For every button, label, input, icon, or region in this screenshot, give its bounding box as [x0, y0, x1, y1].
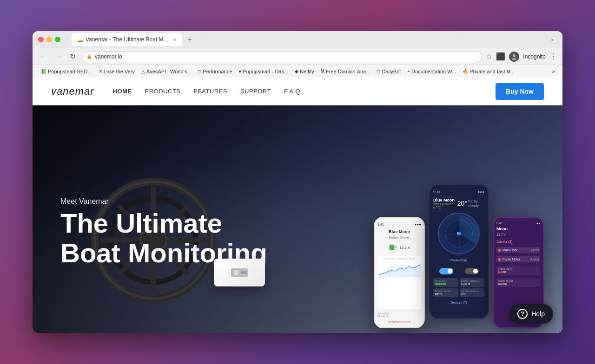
extensions-icon[interactable]: ⬛ [496, 52, 505, 61]
alarm-dot-1 [498, 249, 501, 252]
toggle-btn-1[interactable] [439, 268, 453, 274]
phone-center-devices[interactable]: Devices (7) [433, 301, 484, 304]
alarm-status-cabin-motor: Alarm [530, 258, 539, 261]
bookmark-icon-free-domain: M [321, 69, 324, 74]
lock-icon: 🔒 [86, 54, 92, 59]
bookmark-label-free-domain: Free Domain [326, 69, 356, 74]
svg-point-1 [512, 58, 516, 60]
phone-left-remove[interactable]: Remove Device [377, 320, 421, 324]
buy-now-button[interactable]: Buy Now [496, 83, 544, 100]
bookmark-icon-popupsmart-das: ● [238, 69, 241, 74]
tab-title: Vanemar - The Ultimate Boat M... [86, 36, 168, 43]
bookmark-popupsmart-das[interactable]: ● Popupsmart - Das... [236, 68, 291, 75]
hero-text: Meet Vanemar The Ultimate Boat Monitorin… [60, 197, 267, 268]
bookmark-label-popupsmart-seo: Popupsmart SEO... [48, 69, 92, 74]
reload-button[interactable]: ↻ [68, 51, 78, 62]
phone-right-video: Video Door Open [496, 266, 540, 275]
maximize-button[interactable] [55, 37, 60, 42]
nav-home[interactable]: HOME [113, 88, 132, 95]
alarm-label-cabin-motor: Cabin Motor [502, 258, 520, 261]
phone-left: 9:41 ●●● Blue Moon Battery Server 13.2 V [374, 217, 425, 328]
bookmark-icon-avesapi: △ [141, 69, 145, 74]
url-bar[interactable]: 🔒 vanemar.io [81, 51, 482, 62]
tab-close-icon[interactable]: ✕ [173, 37, 177, 42]
status-cell-value: Air Conditioner Off [460, 288, 485, 297]
minimize-button[interactable] [46, 37, 52, 42]
bookmark-label-lose-the-very: Lose the Very [104, 69, 135, 74]
menu-icon[interactable]: ⋮ [549, 52, 557, 61]
bookmark-lose-the-very[interactable]: ✕ Lose the Very [96, 68, 138, 75]
nav-faq[interactable]: F.A.Q. [284, 88, 302, 95]
phone-center-status-grid: Main Stay Normal Starting Battery 13.8 V… [433, 278, 484, 297]
browser-window: 🚤 Vanemar - The Ultimate Boat M... ✕ + ›… [33, 31, 562, 333]
phone-left-title: Blue Moon [377, 229, 421, 234]
help-label: Help [531, 310, 545, 318]
alarm-status-main-door: Open [531, 248, 539, 252]
bookmark-avesapi[interactable]: △ AvesAPI | World's... [139, 68, 194, 75]
phone-center-subtitle: with Operator (LTD) [433, 202, 457, 209]
phone-left-battery: 13.2 V [377, 243, 421, 252]
bookmark-netlify[interactable]: ◆ Netlify [292, 68, 317, 75]
traffic-lights [38, 37, 60, 42]
hero-meet-text: Meet Vanemar [60, 197, 267, 206]
close-button[interactable] [38, 37, 44, 42]
bookmark-icon-dailybot: ◻ [377, 69, 380, 74]
status-cell-main-stay: Main Stay Normal [433, 278, 458, 287]
phone-center-title: Blue Moon [433, 198, 457, 202]
bookmark-performance[interactable]: ◻ Performance [195, 68, 235, 75]
bookmarks-more-button[interactable]: » [550, 67, 557, 76]
alarm-item-1: Main Door Open [496, 247, 540, 253]
website-content: vanemar HOME PRODUCTS FEATURES SUPPORT F… [33, 78, 562, 333]
device-logo-icon [230, 265, 249, 281]
more-tabs-button[interactable]: › [547, 35, 557, 44]
alarm-dot-2 [498, 258, 501, 261]
site-logo[interactable]: vanemar [51, 85, 94, 98]
phone-left-header: 9:41 ●●● [377, 221, 421, 228]
bookmark-icon-popupsmart-seo: 📗 [41, 69, 46, 74]
bookmark-free-domain[interactable]: M Free Domain Ana... [318, 68, 373, 75]
bookmark-popupsmart-seo[interactable]: 📗 Popupsmart SEO... [38, 68, 95, 75]
bookmark-label-dailybot: DailyBot [382, 69, 401, 74]
incognito-label: Incognito [523, 53, 546, 60]
help-button[interactable]: ? Help [509, 304, 553, 324]
nav-products[interactable]: PRODUCTS [145, 88, 181, 95]
new-tab-button[interactable]: + [185, 34, 195, 45]
tab-favicon-icon: 🚤 [77, 37, 83, 42]
phone-left-chart: 24 Hours 7 Days 30 Days [377, 256, 421, 309]
phone-center-time: 9:41 [433, 190, 441, 194]
status-cell-cabin: Master Cabin 20°C [433, 288, 458, 297]
phone-right-signal: ●● [536, 221, 540, 225]
bookmark-icon-private-fast: 🔥 [463, 69, 468, 74]
bookmark-documentation[interactable]: + Documentation W... [404, 68, 459, 75]
svg-point-17 [244, 271, 246, 274]
phone-left-subtitle: Battery Server [377, 236, 421, 239]
phone-center-protection: Protection [433, 258, 484, 262]
phone-center-screen: 9:41 ●●● Blue Moon with Operator (LTD) 2… [430, 185, 488, 318]
svg-rect-20 [396, 247, 397, 248]
phone-left-screen: 9:41 ●●● Blue Moon Battery Server 13.2 V [375, 218, 424, 327]
phone-left-model-label: Model No [377, 315, 421, 318]
tab-bar: 🚤 Vanemar - The Ultimate Boat M... ✕ + › [72, 33, 557, 46]
nav-support[interactable]: SUPPORT [240, 88, 271, 95]
phone-center-weather-desc: Partly cloudy [468, 199, 484, 208]
bookmark-label-popupsmart-das: Popupsmart - Das... [243, 69, 288, 74]
toggle-btn-2[interactable] [465, 268, 479, 274]
phone-right-time: 9:41 [496, 221, 503, 225]
nav-links: HOME PRODUCTS FEATURES SUPPORT F.A.Q. [113, 88, 496, 95]
nav-features[interactable]: FEATURES [194, 88, 227, 95]
title-bar: 🚤 Vanemar - The Ultimate Boat M... ✕ + › [33, 31, 562, 48]
svg-rect-15 [234, 270, 238, 275]
bookmark-icon-documentation: + [407, 69, 410, 74]
phone-right-cabin-motor2: Cabin Motor Alarm [496, 278, 540, 287]
url-text: vanemar.io [95, 53, 122, 60]
incognito-avatar[interactable] [509, 52, 519, 62]
bookmark-private-fast[interactable]: 🔥 Private and fast fil... [460, 68, 517, 75]
phone-left-voltage: 13.2 V [399, 246, 410, 250]
bookmark-star-icon[interactable]: ☆ [486, 52, 492, 61]
phone-left-time: 9:41 [377, 223, 384, 226]
active-tab[interactable]: 🚤 Vanemar - The Ultimate Boat M... ✕ [72, 33, 182, 46]
back-button[interactable]: ← [38, 52, 49, 62]
phone-center-title-row: Blue Moon with Operator (LTD) 20° Partly… [433, 198, 484, 209]
forward-button[interactable]: → [53, 52, 64, 62]
bookmark-dailybot[interactable]: ◻ DailyBot [374, 68, 403, 75]
